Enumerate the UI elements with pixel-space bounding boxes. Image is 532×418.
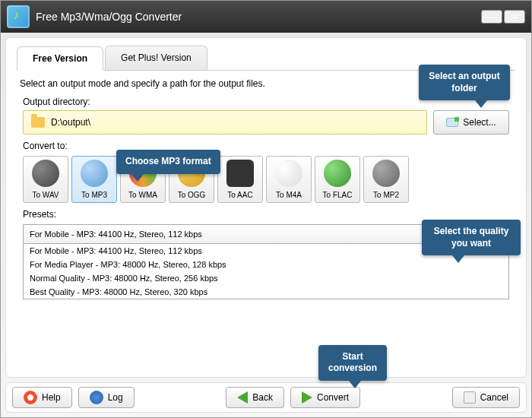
back-arrow-icon [237, 391, 248, 404]
help-button[interactable]: Help [12, 387, 72, 408]
callout-choose-format: Choose MP3 format [116, 150, 220, 174]
help-icon [24, 391, 37, 404]
callout-start-conversion: Start conversion [318, 345, 387, 381]
output-directory-path: D:\output\ [51, 117, 90, 128]
wav-icon [32, 160, 59, 187]
preset-option[interactable]: Normal Quality - MP3: 48000 Hz, Stereo, … [24, 271, 508, 285]
preset-option[interactable]: For Media Player - MP3: 48000 Hz, Stereo… [24, 258, 508, 271]
cancel-icon [464, 391, 476, 404]
tab-plus-version[interactable]: Get Plus! Version [105, 46, 207, 70]
format-aac-button[interactable]: To AAC [217, 156, 263, 203]
forward-arrow-icon [302, 391, 312, 404]
app-icon [7, 5, 30, 28]
folder-icon [31, 117, 45, 128]
cancel-button[interactable]: Cancel [452, 387, 520, 408]
select-button-label: Select... [463, 117, 496, 128]
close-button[interactable]: ✕ [504, 10, 525, 24]
format-mp3-button[interactable]: To MP3 [71, 156, 117, 203]
app-window: Free Mp3/Wma/Ogg Converter — ✕ Free Vers… [0, 0, 532, 418]
minimize-button[interactable]: — [481, 10, 502, 24]
app-title: Free Mp3/Wma/Ogg Converter [36, 11, 481, 23]
select-folder-button[interactable]: Select... [433, 110, 509, 135]
mp3-icon [81, 160, 108, 187]
format-wav-button[interactable]: To WAV [23, 156, 68, 203]
convert-to-label: Convert to: [23, 141, 515, 151]
callout-output-folder: Select an output folder [419, 65, 510, 100]
tab-free-version[interactable]: Free Version [17, 46, 103, 71]
format-m4a-button[interactable]: To M4A [266, 156, 312, 203]
aac-icon [226, 160, 254, 187]
browse-icon [446, 118, 458, 127]
bottom-toolbar: Help Log Back Convert Cancel [5, 382, 527, 413]
preset-option[interactable]: Best Quality - MP3: 48000 Hz, Stereo, 32… [24, 285, 508, 299]
titlebar: Free Mp3/Wma/Ogg Converter — ✕ [1, 1, 531, 33]
format-mp2-button[interactable]: To MP2 [363, 156, 409, 203]
callout-select-quality: Select the quality you want [422, 220, 521, 255]
output-directory-field[interactable]: D:\output\ [23, 110, 427, 135]
format-buttons: To WAV To MP3 To WMA To OGG To AAC To M4… [23, 156, 509, 203]
convert-button[interactable]: Convert [290, 387, 360, 408]
m4a-icon [275, 160, 302, 187]
mp2-icon [372, 160, 400, 187]
flac-icon [324, 160, 351, 187]
back-button[interactable]: Back [226, 387, 284, 408]
format-flac-button[interactable]: To FLAC [315, 156, 360, 203]
log-icon [90, 391, 103, 404]
presets-label: Presets: [23, 209, 515, 220]
log-button[interactable]: Log [78, 387, 135, 408]
